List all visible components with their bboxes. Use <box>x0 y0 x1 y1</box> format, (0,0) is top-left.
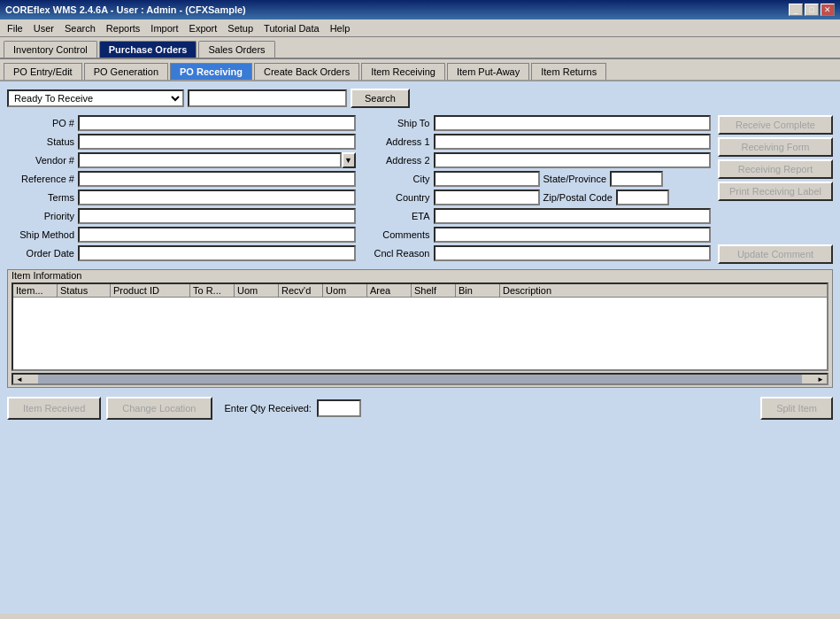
sub-tab-po-generation[interactable]: PO Generation <box>84 63 168 80</box>
print-receiving-label-button[interactable]: Print Receiving Label <box>718 182 833 201</box>
scroll-left-arrow[interactable]: ◄ <box>13 375 26 383</box>
input-status[interactable] <box>78 134 356 150</box>
item-received-button[interactable]: Item Received <box>7 397 101 420</box>
window-title: COREflex WMS 2.4.6A - User : Admin - (CF… <box>5 4 246 15</box>
main-content: Ready To Receive Received Partial Search… <box>0 81 840 614</box>
input-vendor[interactable] <box>78 152 342 168</box>
label-eta: ETA <box>363 211 434 221</box>
col-item: Item... <box>13 284 58 297</box>
sub-tab-item-returns[interactable]: Item Returns <box>531 63 606 80</box>
label-reference: Reference # <box>7 174 78 184</box>
tab-purchase-orders[interactable]: Purchase Orders <box>99 41 197 58</box>
menu-setup[interactable]: Setup <box>222 21 258 35</box>
menu-reports[interactable]: Reports <box>101 21 146 35</box>
form-row-vendor: Vendor # ▼ <box>7 152 356 168</box>
menu-bar: File User Search Reports Import Export S… <box>0 19 840 37</box>
sub-tab-po-entry[interactable]: PO Entry/Edit <box>4 63 82 80</box>
input-city[interactable] <box>434 171 540 187</box>
input-shipmethod[interactable] <box>78 227 356 243</box>
label-cnclreason: Cncl Reason <box>363 248 434 259</box>
tab-inventory-control[interactable]: Inventory Control <box>4 41 97 58</box>
sub-tab-item-put-away[interactable]: Item Put-Away <box>447 63 529 80</box>
split-item-button[interactable]: Split Item <box>760 397 833 420</box>
scroll-thumb[interactable] <box>38 375 802 383</box>
item-info-title: Item Information <box>8 268 85 282</box>
vendor-field-group: ▼ <box>78 152 356 168</box>
menu-import[interactable]: Import <box>145 21 183 35</box>
form-row-country: Country Zip/Postal Code <box>363 190 712 205</box>
label-country: Country <box>363 192 434 203</box>
change-location-button[interactable]: Change Location <box>106 397 212 420</box>
label-shipmethod: Ship Method <box>7 229 78 240</box>
search-button[interactable]: Search <box>351 89 410 108</box>
bottom-bar: Item Received Change Location Enter Qty … <box>7 393 833 423</box>
menu-search[interactable]: Search <box>59 21 101 35</box>
form-row-city: City State/Province <box>363 171 712 187</box>
sub-tab-item-receiving[interactable]: Item Receiving <box>361 63 445 80</box>
tab-sales-orders[interactable]: Sales Orders <box>198 41 274 58</box>
receiving-form-button[interactable]: Receiving Form <box>718 137 833 157</box>
input-eta[interactable] <box>434 208 712 224</box>
input-shipto[interactable] <box>434 115 712 131</box>
col-area: Area <box>367 284 412 297</box>
window-controls: _ □ ✕ <box>789 4 835 16</box>
form-row-shipto: Ship To <box>363 115 712 131</box>
status-dropdown[interactable]: Ready To Receive Received Partial <box>7 89 184 107</box>
vendor-dropdown-arrow[interactable]: ▼ <box>342 152 356 168</box>
restore-button[interactable]: □ <box>805 4 819 16</box>
update-comment-button[interactable]: Update Comment <box>718 244 833 264</box>
menu-export[interactable]: Export <box>184 21 223 35</box>
form-left: PO # Status Vendor # ▼ Reference # Terms <box>7 115 356 264</box>
form-row-po: PO # <box>7 115 356 131</box>
input-comments[interactable] <box>434 227 712 243</box>
qty-received-input[interactable] <box>317 399 361 417</box>
sub-tab-po-receiving[interactable]: PO Receiving <box>170 63 252 80</box>
search-input[interactable] <box>188 89 347 107</box>
input-cnclreason[interactable] <box>434 245 712 261</box>
label-shipto: Ship To <box>363 118 434 128</box>
label-vendor: Vendor # <box>7 155 78 166</box>
form-row-terms: Terms <box>7 190 356 205</box>
input-orderdate[interactable] <box>78 245 356 261</box>
receive-complete-button[interactable]: Receive Complete <box>718 115 833 135</box>
label-city: City <box>363 174 434 184</box>
minimize-button[interactable]: _ <box>789 4 803 16</box>
col-product-id: Product ID <box>111 284 190 297</box>
menu-user[interactable]: User <box>28 21 59 35</box>
form-row-orderdate: Order Date <box>7 245 356 261</box>
grid-body[interactable] <box>13 298 827 365</box>
action-buttons: Receive Complete Receiving Form Receivin… <box>718 115 833 264</box>
close-button[interactable]: ✕ <box>821 4 835 16</box>
form-row-eta: ETA <box>363 208 712 224</box>
input-state[interactable] <box>610 171 663 187</box>
label-zip: Zip/Postal Code <box>543 192 613 203</box>
form-row-status: Status <box>7 134 356 150</box>
input-address1[interactable] <box>434 134 712 150</box>
form-right: Ship To Address 1 Address 2 City State/P… <box>363 115 712 264</box>
label-po: PO # <box>7 118 78 128</box>
input-reference[interactable] <box>78 171 356 187</box>
col-description: Description <box>500 284 827 297</box>
label-status: Status <box>7 136 78 147</box>
horizontal-scrollbar[interactable]: ◄ ► <box>12 373 828 385</box>
input-priority[interactable] <box>78 208 356 224</box>
menu-tutorial-data[interactable]: Tutorial Data <box>258 21 325 35</box>
input-terms[interactable] <box>78 190 356 205</box>
col-recvd: Recv'd <box>279 284 323 297</box>
label-orderdate: Order Date <box>7 248 78 259</box>
label-state: State/Province <box>543 174 607 184</box>
scroll-right-arrow[interactable]: ► <box>814 375 827 383</box>
form-row-cnclreason: Cncl Reason <box>363 245 712 261</box>
form-row-priority: Priority <box>7 208 356 224</box>
input-zip[interactable] <box>616 190 669 205</box>
input-po[interactable] <box>78 115 356 131</box>
sub-tab-create-back-orders[interactable]: Create Back Orders <box>254 63 359 80</box>
input-address2[interactable] <box>434 152 712 168</box>
menu-file[interactable]: File <box>2 21 28 35</box>
qty-received-label: Enter Qty Received: <box>225 403 312 414</box>
menu-help[interactable]: Help <box>325 21 356 35</box>
form-area: PO # Status Vendor # ▼ Reference # Terms <box>7 115 833 264</box>
input-country[interactable] <box>434 190 540 205</box>
form-row-comments: Comments <box>363 227 712 243</box>
receiving-report-button[interactable]: Receiving Report <box>718 159 833 179</box>
